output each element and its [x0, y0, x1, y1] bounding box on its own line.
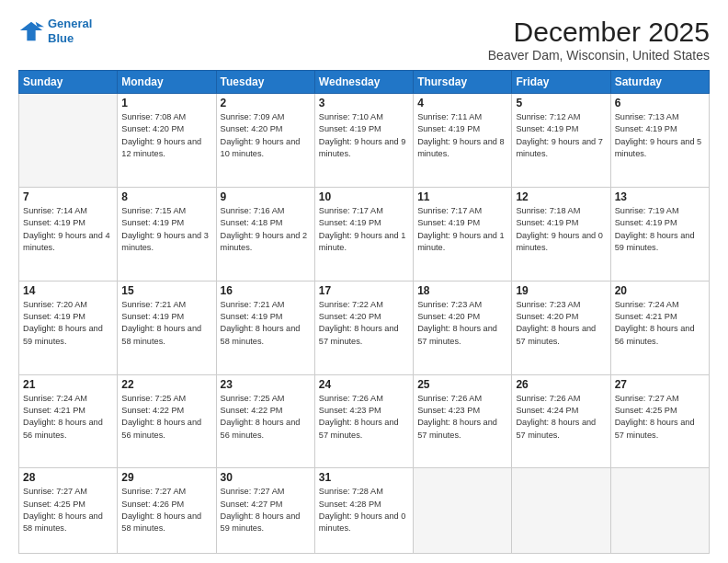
day-number: 26 — [516, 378, 606, 391]
cell-content: Sunrise: 7:23 AMSunset: 4:20 PMDaylight:… — [417, 299, 507, 348]
day-number: 12 — [516, 190, 606, 203]
day-number: 20 — [615, 284, 705, 297]
table-row — [19, 94, 118, 188]
logo-icon — [18, 18, 44, 44]
table-row: 29Sunrise: 7:27 AMSunset: 4:26 PMDayligh… — [118, 468, 216, 554]
day-number: 18 — [417, 284, 507, 297]
table-row: 28Sunrise: 7:27 AMSunset: 4:25 PMDayligh… — [19, 468, 118, 554]
table-row: 6Sunrise: 7:13 AMSunset: 4:19 PMDaylight… — [610, 94, 709, 188]
table-row: 25Sunrise: 7:26 AMSunset: 4:23 PMDayligh… — [414, 374, 512, 468]
table-row: 8Sunrise: 7:15 AMSunset: 4:19 PMDaylight… — [118, 187, 216, 281]
day-number: 21 — [23, 378, 113, 391]
table-row: 17Sunrise: 7:22 AMSunset: 4:20 PMDayligh… — [314, 281, 413, 374]
header-wednesday: Wednesday — [314, 71, 413, 94]
cell-content: Sunrise: 7:22 AMSunset: 4:20 PMDaylight:… — [319, 299, 409, 348]
day-number: 2 — [221, 97, 311, 109]
day-number: 30 — [221, 471, 311, 484]
cell-content: Sunrise: 7:16 AMSunset: 4:18 PMDaylight:… — [221, 205, 311, 254]
cell-content: Sunrise: 7:24 AMSunset: 4:21 PMDaylight:… — [23, 393, 113, 442]
cell-content: Sunrise: 7:17 AMSunset: 4:19 PMDaylight:… — [417, 205, 507, 254]
cell-content: Sunrise: 7:14 AMSunset: 4:19 PMDaylight:… — [23, 205, 113, 254]
cell-content: Sunrise: 7:26 AMSunset: 4:24 PMDaylight:… — [516, 393, 606, 442]
cell-content: Sunrise: 7:18 AMSunset: 4:19 PMDaylight:… — [516, 205, 606, 254]
table-row: 22Sunrise: 7:25 AMSunset: 4:22 PMDayligh… — [118, 374, 216, 468]
day-number: 22 — [121, 378, 211, 391]
day-number: 25 — [417, 378, 507, 391]
table-row: 11Sunrise: 7:17 AMSunset: 4:19 PMDayligh… — [414, 187, 512, 281]
header: General Blue December 2025 Beaver Dam, W… — [18, 17, 710, 63]
header-sunday: Sunday — [19, 71, 118, 94]
cell-content: Sunrise: 7:20 AMSunset: 4:19 PMDaylight:… — [23, 299, 113, 348]
table-row — [610, 468, 709, 554]
table-row: 26Sunrise: 7:26 AMSunset: 4:24 PMDayligh… — [512, 374, 610, 468]
cell-content: Sunrise: 7:19 AMSunset: 4:19 PMDaylight:… — [615, 205, 705, 254]
table-row — [512, 468, 610, 554]
table-row: 27Sunrise: 7:27 AMSunset: 4:25 PMDayligh… — [610, 374, 709, 468]
cell-content: Sunrise: 7:25 AMSunset: 4:22 PMDaylight:… — [121, 393, 211, 442]
table-row: 21Sunrise: 7:24 AMSunset: 4:21 PMDayligh… — [19, 374, 118, 468]
day-number: 17 — [319, 284, 409, 297]
main-title: December 2025 — [488, 17, 710, 48]
table-row: 31Sunrise: 7:28 AMSunset: 4:28 PMDayligh… — [314, 468, 413, 554]
logo-text: General Blue — [48, 17, 92, 45]
cell-content: Sunrise: 7:25 AMSunset: 4:22 PMDaylight:… — [221, 393, 311, 442]
logo-line1: General — [48, 17, 92, 30]
header-saturday: Saturday — [610, 71, 709, 94]
day-number: 8 — [121, 190, 211, 203]
cell-content: Sunrise: 7:15 AMSunset: 4:19 PMDaylight:… — [121, 205, 211, 254]
day-number: 27 — [615, 378, 705, 391]
table-row: 12Sunrise: 7:18 AMSunset: 4:19 PMDayligh… — [512, 187, 610, 281]
header-friday: Friday — [512, 71, 610, 94]
table-row: 16Sunrise: 7:21 AMSunset: 4:19 PMDayligh… — [216, 281, 314, 374]
table-row — [414, 468, 512, 554]
cell-content: Sunrise: 7:17 AMSunset: 4:19 PMDaylight:… — [319, 205, 409, 254]
table-row: 3Sunrise: 7:10 AMSunset: 4:19 PMDaylight… — [314, 94, 413, 188]
day-number: 13 — [615, 190, 705, 203]
day-number: 11 — [417, 190, 507, 203]
cell-content: Sunrise: 7:27 AMSunset: 4:27 PMDaylight:… — [221, 486, 311, 534]
cell-content: Sunrise: 7:10 AMSunset: 4:19 PMDaylight:… — [319, 111, 409, 160]
day-number: 29 — [121, 471, 211, 484]
cell-content: Sunrise: 7:24 AMSunset: 4:21 PMDaylight:… — [615, 299, 705, 348]
table-row: 1Sunrise: 7:08 AMSunset: 4:20 PMDaylight… — [118, 94, 216, 188]
day-number: 19 — [516, 284, 606, 297]
logo: General Blue — [18, 17, 92, 45]
table-row: 5Sunrise: 7:12 AMSunset: 4:19 PMDaylight… — [512, 94, 610, 188]
day-number: 14 — [23, 284, 113, 297]
table-row: 24Sunrise: 7:26 AMSunset: 4:23 PMDayligh… — [314, 374, 413, 468]
cell-content: Sunrise: 7:27 AMSunset: 4:25 PMDaylight:… — [615, 393, 705, 442]
table-row: 7Sunrise: 7:14 AMSunset: 4:19 PMDaylight… — [19, 187, 118, 281]
cell-content: Sunrise: 7:08 AMSunset: 4:20 PMDaylight:… — [121, 111, 211, 160]
cell-content: Sunrise: 7:27 AMSunset: 4:25 PMDaylight:… — [23, 486, 113, 534]
cell-content: Sunrise: 7:11 AMSunset: 4:19 PMDaylight:… — [417, 111, 507, 160]
table-row: 2Sunrise: 7:09 AMSunset: 4:20 PMDaylight… — [216, 94, 314, 188]
day-number: 4 — [417, 97, 507, 109]
day-number: 5 — [516, 97, 606, 109]
cell-content: Sunrise: 7:28 AMSunset: 4:28 PMDaylight:… — [319, 486, 409, 534]
cell-content: Sunrise: 7:27 AMSunset: 4:26 PMDaylight:… — [121, 486, 211, 534]
cell-content: Sunrise: 7:21 AMSunset: 4:19 PMDaylight:… — [221, 299, 311, 348]
table-row: 15Sunrise: 7:21 AMSunset: 4:19 PMDayligh… — [118, 281, 216, 374]
table-row: 10Sunrise: 7:17 AMSunset: 4:19 PMDayligh… — [314, 187, 413, 281]
table-row: 23Sunrise: 7:25 AMSunset: 4:22 PMDayligh… — [216, 374, 314, 468]
calendar-table: Sunday Monday Tuesday Wednesday Thursday… — [18, 70, 710, 554]
cell-content: Sunrise: 7:13 AMSunset: 4:19 PMDaylight:… — [615, 111, 705, 160]
table-row: 4Sunrise: 7:11 AMSunset: 4:19 PMDaylight… — [414, 94, 512, 188]
day-number: 16 — [221, 284, 311, 297]
day-number: 23 — [221, 378, 311, 391]
cell-content: Sunrise: 7:26 AMSunset: 4:23 PMDaylight:… — [319, 393, 409, 442]
cell-content: Sunrise: 7:26 AMSunset: 4:23 PMDaylight:… — [417, 393, 507, 442]
cell-content: Sunrise: 7:09 AMSunset: 4:20 PMDaylight:… — [221, 111, 311, 160]
logo-line2: Blue — [48, 31, 74, 45]
day-number: 9 — [221, 190, 311, 203]
day-number: 28 — [23, 471, 113, 484]
table-row: 19Sunrise: 7:23 AMSunset: 4:20 PMDayligh… — [512, 281, 610, 374]
day-number: 31 — [319, 471, 409, 484]
page: General Blue December 2025 Beaver Dam, W… — [0, 0, 728, 563]
day-number: 7 — [23, 190, 113, 203]
table-row: 13Sunrise: 7:19 AMSunset: 4:19 PMDayligh… — [610, 187, 709, 281]
cell-content: Sunrise: 7:23 AMSunset: 4:20 PMDaylight:… — [516, 299, 606, 348]
day-number: 10 — [319, 190, 409, 203]
header-monday: Monday — [118, 71, 216, 94]
subtitle: Beaver Dam, Wisconsin, United States — [488, 48, 710, 63]
